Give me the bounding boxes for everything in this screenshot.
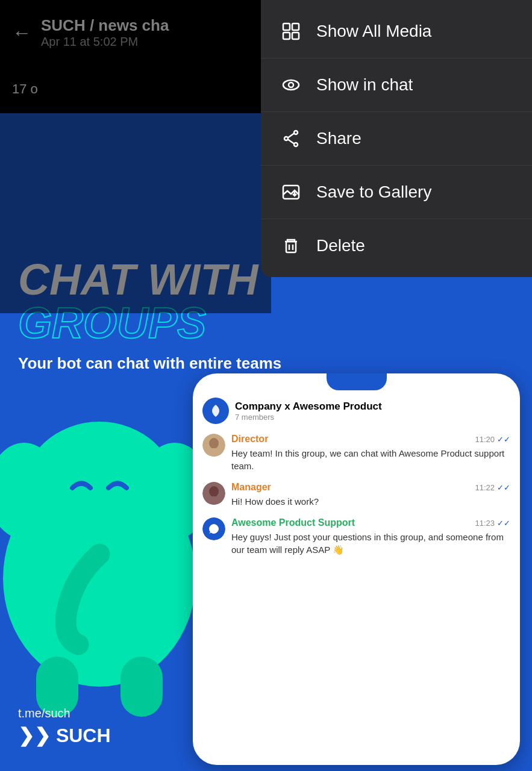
svg-rect-25 — [286, 242, 296, 252]
share-icon — [280, 128, 302, 149]
eye-icon — [280, 74, 302, 96]
chat-with-subtitle: Your bot can chat with entire teams — [18, 354, 514, 373]
svg-rect-5 — [120, 657, 163, 717]
director-avatar — [202, 434, 225, 457]
chat-group-header: Company x Awesome Product 7 members — [202, 398, 510, 424]
svg-point-7 — [209, 438, 219, 449]
director-time: 11:20 ✓✓ — [475, 435, 510, 444]
phone-notch — [327, 373, 387, 390]
svg-rect-12 — [283, 23, 290, 30]
svg-point-19 — [284, 137, 288, 140]
show-in-chat-label: Show in chat — [316, 75, 413, 95]
menu-item-show-in-chat[interactable]: Show in chat — [261, 58, 532, 112]
svg-line-22 — [288, 140, 294, 144]
save-gallery-label: Save to Gallery — [316, 183, 431, 202]
mascot — [0, 386, 211, 735]
share-label: Share — [316, 129, 361, 148]
menu-item-save-gallery[interactable]: Save to Gallery — [261, 166, 532, 219]
context-menu: Show All Media Show in chat Share — [261, 0, 532, 277]
svg-rect-14 — [283, 33, 290, 39]
trash-icon — [280, 235, 302, 257]
menu-overlay — [0, 0, 271, 313]
svg-point-10 — [209, 486, 219, 497]
svg-rect-13 — [292, 23, 299, 30]
message-director: Director 11:20 ✓✓ Hey team! In this grou… — [202, 434, 510, 472]
delete-label: Delete — [316, 236, 365, 255]
grid-icon — [280, 20, 302, 42]
group-avatar — [202, 398, 229, 424]
menu-item-show-all-media[interactable]: Show All Media — [261, 5, 532, 58]
support-text: Hey guys! Just post your questions in th… — [231, 531, 510, 556]
support-time: 11:23 ✓✓ — [475, 519, 510, 528]
director-name: Director — [231, 434, 268, 445]
save-image-icon — [280, 181, 302, 203]
director-text: Hey team! In this group, we can chat wit… — [231, 447, 510, 472]
manager-text: Hi! How does it work? — [231, 495, 510, 508]
message-support: Awesome Product Support 11:23 ✓✓ Hey guy… — [202, 517, 510, 556]
phone-mockup: Company x Awesome Product 7 members Dire… — [193, 373, 520, 765]
support-name: Awesome Product Support — [231, 517, 355, 528]
branding-url: t.me/such — [18, 707, 111, 720]
menu-item-share[interactable]: Share — [261, 112, 532, 166]
group-members: 7 members — [235, 413, 382, 422]
menu-item-delete[interactable]: Delete — [261, 219, 532, 272]
message-manager: Manager 11:22 ✓✓ Hi! How does it work? — [202, 482, 510, 508]
svg-point-18 — [294, 131, 298, 134]
svg-rect-15 — [292, 33, 299, 39]
branding: t.me/such ❯❯ SUCH — [18, 707, 111, 747]
svg-line-21 — [288, 134, 294, 138]
support-avatar — [202, 517, 225, 540]
group-name: Company x Awesome Product — [235, 401, 382, 413]
branding-name: ❯❯ SUCH — [18, 724, 111, 747]
manager-avatar — [202, 482, 225, 505]
svg-point-20 — [294, 143, 298, 146]
manager-name: Manager — [231, 482, 271, 493]
show-all-media-label: Show All Media — [316, 22, 431, 41]
svg-point-16 — [283, 80, 299, 90]
manager-time: 11:22 ✓✓ — [475, 483, 510, 492]
svg-point-17 — [289, 83, 293, 87]
